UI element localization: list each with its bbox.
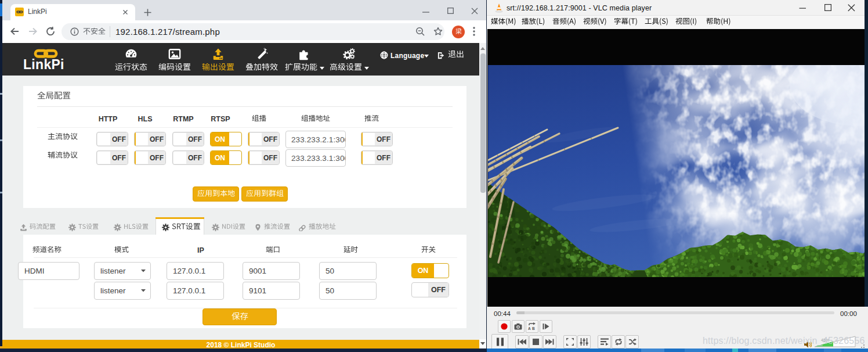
svg-text:A: A: [528, 326, 531, 331]
svg-text:B: B: [532, 326, 535, 331]
